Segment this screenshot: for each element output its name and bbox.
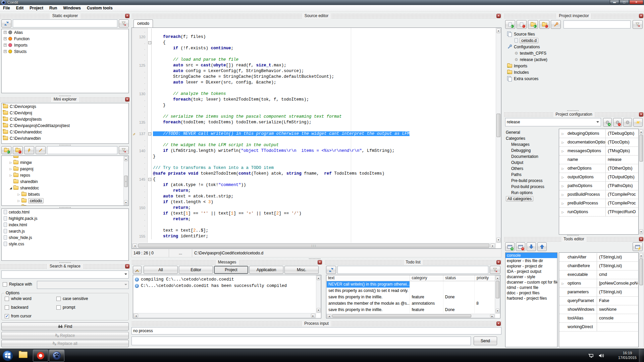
explorer-tree-item[interactable] <box>2 156 128 159</box>
expand-icon[interactable]: + <box>4 37 7 40</box>
todo-column-text[interactable]: text <box>326 275 410 281</box>
start-button[interactable] <box>2 350 13 361</box>
code-line[interactable]: 145–{ <box>132 177 495 182</box>
config-category-general[interactable]: General <box>505 129 557 135</box>
expand-icon[interactable]: + <box>4 44 7 47</box>
minimize-button[interactable]: ▬ <box>610 0 619 4</box>
tool-run-button[interactable]: ⚡ <box>633 242 643 251</box>
todo-row[interactable]: save this property in the inifile.featur… <box>327 307 495 313</box>
taskbar-opera-button[interactable] <box>33 350 48 362</box>
todo-list-close-icon[interactable]: × <box>496 260 501 264</box>
code-line[interactable]: . // the widget has the LFM script in th… <box>132 142 495 148</box>
todo-refresh-button[interactable] <box>326 266 336 274</box>
code-line[interactable]: ./// Try to transforms a Token into a a … <box>132 165 495 171</box>
messages-tab-all[interactable]: All <box>144 266 178 274</box>
property-row-pathsOptions[interactable]: ▷pathsOptions(TPathsOpts) <box>559 182 638 190</box>
tools-properties-grid[interactable]: chainAfter(TStringList)chainBefore(TStri… <box>559 252 639 347</box>
splitter-handle[interactable] <box>59 144 71 146</box>
config-category-debugging[interactable]: Debugging <box>505 147 557 154</box>
messages-tab-misc[interactable]: Misc. <box>284 266 319 274</box>
static-tree-item-imports[interactable]: +Imports <box>2 42 128 48</box>
inspector-item-cetodo-d[interactable]: cetodo.d <box>505 37 643 44</box>
code-line[interactable]: .@safe private void token2TodoItem(const… <box>132 171 495 177</box>
favorite-folder-item[interactable]: C:\Dev\sharedbin <box>2 135 128 141</box>
code-line[interactable]: . if (text[1] == '*' || text[1] == '+' |… <box>132 211 495 217</box>
expand-icon[interactable]: ▷ <box>559 141 566 144</box>
inspector-add-folder-button[interactable]: + <box>528 20 538 29</box>
property-row-otherOptions[interactable]: ▷otherOptions(TOtherOpts) <box>559 164 638 173</box>
send-button[interactable]: Send <box>474 337 497 345</box>
expand-icon[interactable]: ◢ <box>9 186 12 190</box>
code-line[interactable]: . <box>132 28 495 34</box>
splitter-handle[interactable] <box>59 207 71 208</box>
menu-item-edit[interactable]: Edit <box>13 5 27 11</box>
property-row-postBuildProcess[interactable]: ▷postBuildProcess(TCompileProc <box>559 190 638 199</box>
code-line[interactable]: . return; <box>132 217 495 222</box>
config-grid-scrollbar[interactable]: ▲ ▼ <box>639 129 644 235</box>
menu-item-windows[interactable]: Windows <box>60 5 84 11</box>
mini-explorer-filter-button[interactable] <box>119 146 129 154</box>
expand-icon[interactable]: ▷ <box>559 210 566 214</box>
inspector-filter-input[interactable] <box>564 20 631 28</box>
property-row-debugingOptions[interactable]: ▷debugingOptions(TDebugOpts) <box>559 129 638 138</box>
property-row-toolAlias[interactable]: toolAliasconsole <box>559 314 638 323</box>
expand-icon[interactable]: ▷ <box>17 205 20 206</box>
static-tree-item-alias[interactable]: +Alias <box>2 29 128 36</box>
tools-list[interactable]: consoleexplorer - this file direxplorer … <box>505 252 557 347</box>
option-checkbox-case-sensitive[interactable]: case sensitive <box>56 296 88 301</box>
code-line[interactable]: . // serialize the items using the pasca… <box>132 114 495 120</box>
config-clone-button[interactable]: ⚙→ <box>623 118 632 127</box>
code-line[interactable]: . <box>132 137 495 142</box>
explorer-tree-item-repos[interactable]: ▷repos <box>2 172 128 178</box>
code-line[interactable]: 135 foreach(todoItem; todoItems) todoIte… <box>132 120 495 125</box>
code-line[interactable]: 137✎– //TODO: NEVER call writeln() in th… <box>132 131 495 137</box>
mini-explorer-open-button[interactable] <box>24 146 34 154</box>
code-line[interactable]: . if (!f.exists) continue; <box>132 46 495 51</box>
config-category-paths[interactable]: Paths <box>505 172 557 178</box>
tool-move-up-button[interactable] <box>537 242 547 251</box>
splitter-handle[interactable] <box>59 262 71 263</box>
tool-item-console[interactable]: console <box>505 253 557 258</box>
config-properties-grid[interactable]: ▷debugingOptions(TDebugOpts)▷documentati… <box>559 129 639 235</box>
file-item[interactable]: cetodo.html <box>2 209 128 215</box>
expand-icon[interactable]: + <box>4 31 7 34</box>
config-category-post-build-process[interactable]: Post-build process <box>505 184 557 190</box>
mini-explorer-remove-favorite-button[interactable]: − <box>13 146 23 154</box>
tool-remove-button[interactable]: − <box>516 242 525 251</box>
code-line[interactable]: 120 foreach(f; files) <box>132 34 495 40</box>
maximize-button[interactable]: ▢ <box>620 0 629 4</box>
explorer-tree-item-shareddoc[interactable]: ◢shareddoc <box>2 185 128 191</box>
expand-icon[interactable]: ▷ <box>9 167 12 171</box>
fold-box-icon[interactable]: – <box>148 178 151 181</box>
code-line[interactable]: 130 // analyze the tokens <box>132 91 495 97</box>
static-explorer-filter-button[interactable] <box>119 19 129 27</box>
static-tree-item-function[interactable]: +Function <box>2 36 128 42</box>
property-row-workingDirect[interactable]: workingDirect <box>559 323 638 331</box>
code-line[interactable]: . <box>132 125 495 131</box>
code-line[interactable]: . <box>132 108 495 114</box>
explorer-tree-item-pasproj[interactable]: ▷pasproj <box>2 166 128 172</box>
option-checkbox-from-cursor[interactable]: ✓from cursor <box>5 314 32 318</box>
inspector-item-source-files[interactable]: Source files <box>505 31 643 37</box>
inspector-remove-file-button[interactable]: − <box>517 20 527 29</box>
favorite-folder-item[interactable]: C:\Dev\shareddoc <box>2 129 128 135</box>
search-replace-close-icon[interactable]: × <box>125 264 129 268</box>
mini-explorer-filter-input[interactable] <box>47 146 117 154</box>
tool-item-harbored-project-files[interactable]: harbored - project files <box>505 296 557 301</box>
tool-item-ida-project-output[interactable]: IDA - project output <box>505 269 557 274</box>
property-row-options[interactable]: ▷options[poNewConsole,poNew <box>559 279 638 288</box>
editor-lines[interactable]: .120 foreach(f; files).– {. if (!f.exist… <box>132 28 495 239</box>
messages-list[interactable]: icompiling C:\...\cetodo\cetodo.coeditiC… <box>133 275 321 318</box>
property-row-chainBefore[interactable]: chainBefore(TStringList) <box>559 262 638 270</box>
config-add-button[interactable]: ⚙+ <box>603 118 612 127</box>
todo-hscrollbar[interactable]: ◄ ► <box>326 314 495 318</box>
replace-button[interactable]: ba Replace <box>1 332 129 339</box>
code-line[interactable]: . auto config = LexerConfig(f, StringBeh… <box>132 68 495 74</box>
expand-icon[interactable]: ▷ <box>17 193 20 196</box>
expand-icon[interactable]: ▷ <box>559 193 566 196</box>
static-explorer-filter-input[interactable] <box>13 19 117 27</box>
file-item[interactable]: search.js <box>2 228 128 234</box>
tool-item-dscanner-custom-opt-for-file[interactable]: dscanner - custom opt for file <box>505 280 557 285</box>
taskbar-coedit-button[interactable] <box>49 350 64 362</box>
message-item[interactable]: iC:\...\cetodo\cetodo.coedit has been su… <box>133 283 315 289</box>
